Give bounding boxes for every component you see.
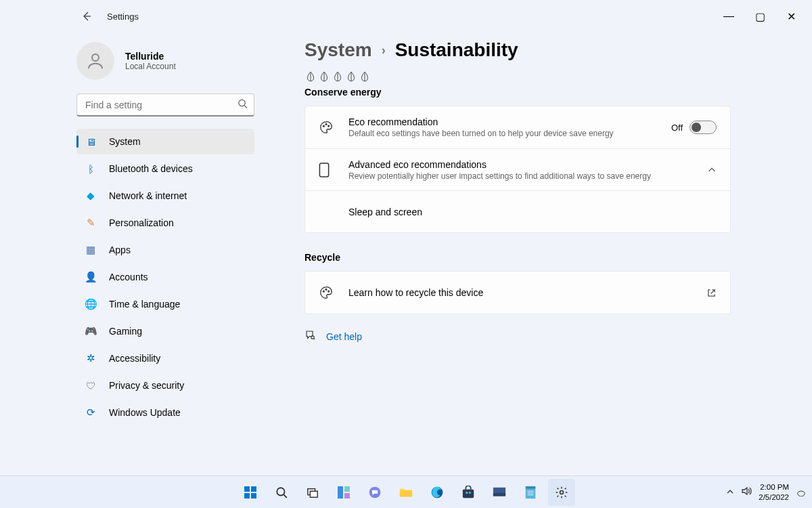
breadcrumb-current: Sustainability xyxy=(395,39,518,61)
nav-icon: ◆ xyxy=(85,190,97,202)
device-icon xyxy=(319,163,335,177)
sidebar-item-bluetooth-devices[interactable]: ᛒBluetooth & devices xyxy=(76,156,254,182)
section-recycle-title: Recycle xyxy=(304,252,731,263)
sidebar: Telluride Local Account 🖥SystemᛒBluetoot… xyxy=(0,33,264,475)
nav-icon: 👤 xyxy=(85,271,97,283)
eco-desc: Default eco settings have been turned on… xyxy=(348,129,658,138)
nav-icon: ✎ xyxy=(85,217,97,229)
sidebar-item-label: Privacy & security xyxy=(109,380,184,391)
conserve-card: Eco recommendation Default eco settings … xyxy=(304,106,731,233)
main-panel: System › Sustainability Conserve energy … xyxy=(264,33,812,475)
svg-point-30 xyxy=(560,490,564,494)
svg-point-14 xyxy=(277,488,284,495)
clock[interactable]: 2:00 PM 2/5/2022 xyxy=(759,482,789,502)
close-button[interactable]: ✕ xyxy=(775,5,807,27)
recycle-row[interactable]: Learn how to recycle this device xyxy=(305,272,730,314)
svg-rect-24 xyxy=(466,492,468,494)
settings-taskbar-icon[interactable] xyxy=(548,479,575,506)
sidebar-item-network-internet[interactable]: ◆Network & internet xyxy=(76,183,254,209)
breadcrumb: System › Sustainability xyxy=(304,39,731,61)
get-help[interactable]: Get help xyxy=(304,329,731,343)
maximize-button[interactable]: ▢ xyxy=(744,5,775,27)
svg-rect-29 xyxy=(526,486,536,488)
taskbar-apps xyxy=(237,479,575,506)
eco-recommendation-row[interactable]: Eco recommendation Default eco settings … xyxy=(305,106,730,148)
titlebar: Settings — ▢ ✕ xyxy=(0,0,812,33)
palette-icon xyxy=(319,120,335,135)
sidebar-item-gaming[interactable]: 🎮Gaming xyxy=(76,318,254,344)
eco-state-label: Off xyxy=(671,123,683,133)
profile-block[interactable]: Telluride Local Account xyxy=(76,42,254,80)
nav-icon: 🎮 xyxy=(85,325,97,337)
svg-rect-27 xyxy=(493,492,505,496)
start-button[interactable] xyxy=(237,479,264,506)
search-icon xyxy=(238,99,248,112)
sidebar-item-personalization[interactable]: ✎Personalization xyxy=(76,210,254,236)
chevron-up-icon[interactable] xyxy=(707,165,717,175)
svg-point-6 xyxy=(323,291,324,292)
notepad-icon[interactable] xyxy=(517,479,544,506)
volume-icon[interactable] xyxy=(741,486,752,499)
explorer-icon[interactable] xyxy=(392,479,420,506)
back-button[interactable] xyxy=(80,9,93,23)
recycle-card: Learn how to recycle this device xyxy=(304,271,731,314)
adv-title: Advanced eco recommendations xyxy=(348,159,694,170)
user-name: Telluride xyxy=(125,51,176,62)
sidebar-item-accessibility[interactable]: ✲Accessibility xyxy=(76,345,254,371)
eco-title: Eco recommendation xyxy=(348,117,658,127)
minimize-button[interactable]: — xyxy=(713,5,744,27)
get-help-link[interactable]: Get help xyxy=(326,331,362,342)
nav-icon: ✲ xyxy=(85,352,97,364)
app-pinned-icon[interactable] xyxy=(486,479,513,506)
tray-chevron-icon[interactable] xyxy=(726,486,734,499)
svg-point-1 xyxy=(239,100,245,106)
svg-rect-11 xyxy=(251,486,256,492)
chat-icon[interactable] xyxy=(361,479,388,506)
avatar xyxy=(76,42,114,80)
edge-icon[interactable] xyxy=(424,479,451,506)
sidebar-item-system[interactable]: 🖥System xyxy=(76,129,254,154)
sidebar-item-label: Time & language xyxy=(109,299,180,310)
svg-point-0 xyxy=(92,54,99,61)
svg-point-2 xyxy=(323,125,324,127)
open-link-icon[interactable] xyxy=(706,288,717,298)
svg-point-3 xyxy=(325,124,327,125)
svg-rect-21 xyxy=(400,490,412,496)
widgets-icon[interactable] xyxy=(330,479,357,506)
sidebar-item-privacy-security[interactable]: 🛡Privacy & security xyxy=(76,373,254,398)
search-input[interactable] xyxy=(76,93,254,117)
search-box[interactable] xyxy=(76,93,254,117)
palette-icon xyxy=(319,285,335,300)
sleep-title: Sleep and screen xyxy=(348,207,717,217)
svg-rect-13 xyxy=(251,493,256,499)
svg-point-8 xyxy=(328,291,330,292)
window-title: Settings xyxy=(107,12,139,22)
section-conserve-title: Conserve energy xyxy=(304,87,731,98)
breadcrumb-parent[interactable]: System xyxy=(304,39,372,61)
search-taskbar-icon[interactable] xyxy=(268,479,295,506)
task-view-icon[interactable] xyxy=(299,479,326,506)
sidebar-item-label: Network & internet xyxy=(109,190,187,201)
svg-rect-10 xyxy=(244,486,250,492)
sidebar-item-apps[interactable]: ▦Apps xyxy=(76,237,254,263)
eco-toggle[interactable] xyxy=(690,121,717,134)
nav-icon: 🛡 xyxy=(85,379,97,391)
sidebar-item-windows-update[interactable]: ⟳Windows Update xyxy=(76,400,254,425)
sidebar-item-label: Personalization xyxy=(109,217,174,228)
sidebar-item-time-language[interactable]: 🌐Time & language xyxy=(76,291,254,317)
sidebar-item-label: Apps xyxy=(109,245,131,255)
advanced-eco-row[interactable]: Advanced eco recommendations Review pote… xyxy=(305,148,730,190)
svg-rect-19 xyxy=(344,493,350,499)
svg-point-7 xyxy=(325,289,327,291)
sidebar-item-accounts[interactable]: 👤Accounts xyxy=(76,264,254,290)
notifications-icon[interactable] xyxy=(796,486,807,499)
leaf-icons xyxy=(304,70,731,83)
svg-point-4 xyxy=(328,125,330,127)
store-icon[interactable] xyxy=(455,479,482,506)
recycle-row-title: Learn how to recycle this device xyxy=(348,287,693,298)
svg-rect-18 xyxy=(344,486,350,492)
svg-rect-16 xyxy=(310,491,317,497)
sleep-screen-row[interactable]: Sleep and screen xyxy=(305,190,730,232)
sidebar-item-label: Bluetooth & devices xyxy=(109,163,193,174)
help-icon xyxy=(304,329,317,343)
